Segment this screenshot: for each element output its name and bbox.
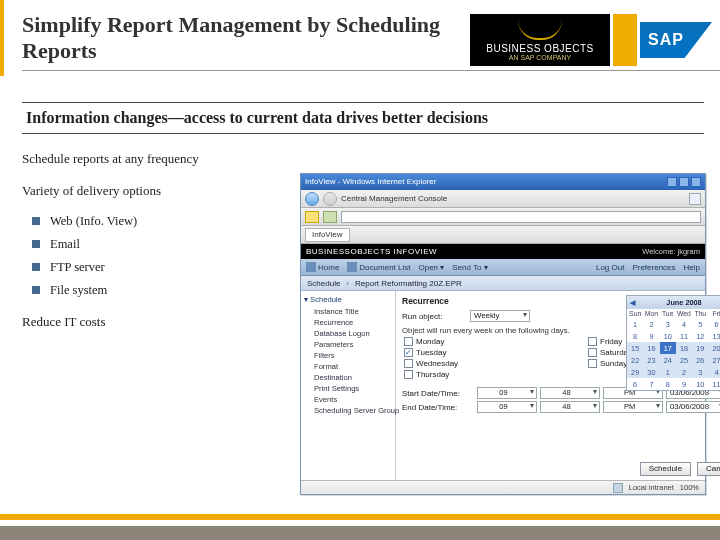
cal-day[interactable]: 3 <box>692 366 708 378</box>
menu-help[interactable]: Help <box>684 263 700 272</box>
day-label: Friday <box>600 337 622 346</box>
end-ampm[interactable]: PM <box>603 401 663 413</box>
tree-item[interactable]: Recurrence <box>304 317 392 328</box>
cal-day[interactable]: 3 <box>660 318 676 330</box>
crumb-schedule[interactable]: Schedule <box>307 279 340 288</box>
minimize-icon[interactable] <box>667 177 677 187</box>
crumb-report: Report Reformatting 20Z.EPR <box>355 279 462 288</box>
cal-day[interactable]: 8 <box>627 330 643 342</box>
maximize-icon[interactable] <box>679 177 689 187</box>
tree-item[interactable]: Parameters <box>304 339 392 350</box>
tree-item[interactable]: Scheduling Server Group <box>304 405 392 416</box>
close-icon[interactable] <box>691 177 701 187</box>
cal-day[interactable]: 6 <box>708 318 720 330</box>
start-hour[interactable]: 09 <box>477 387 537 399</box>
cal-day[interactable]: 2 <box>643 318 659 330</box>
day-tuesday[interactable]: ✓Tuesday <box>404 348 566 357</box>
tree-item[interactable]: Print Settings <box>304 383 392 394</box>
breadcrumb: Schedule › Report Reformatting 20Z.EPR <box>301 276 705 291</box>
cal-day[interactable]: 1 <box>627 318 643 330</box>
menu-prefs[interactable]: Preferences <box>632 263 675 272</box>
swoosh-icon <box>518 20 562 40</box>
cal-day[interactable]: 22 <box>627 354 643 366</box>
cal-day[interactable]: 18 <box>676 342 692 354</box>
cal-day[interactable]: 12 <box>692 330 708 342</box>
cal-day[interactable]: 10 <box>660 330 676 342</box>
cal-day[interactable]: 6 <box>627 378 643 390</box>
end-label: End Date/Time: <box>402 403 474 412</box>
cal-day[interactable]: 13 <box>708 330 720 342</box>
cal-prev-icon[interactable]: ◀ <box>630 298 635 307</box>
cal-day[interactable]: 16 <box>643 342 659 354</box>
menu-doclist[interactable]: Document List <box>347 262 410 272</box>
cal-day[interactable]: 4 <box>676 318 692 330</box>
cal-day[interactable]: 11 <box>676 330 692 342</box>
menu-logout[interactable]: Log Out <box>596 263 624 272</box>
sap-logo: SAP <box>640 14 714 66</box>
cal-day[interactable]: 27 <box>708 354 720 366</box>
cal-day[interactable]: 10 <box>692 378 708 390</box>
cancel-button[interactable]: Cancel <box>697 462 720 476</box>
end-date[interactable]: 03/06/2008 <box>666 401 720 413</box>
schedule-button[interactable]: Schedule <box>640 462 691 476</box>
refresh-icon[interactable] <box>689 193 701 205</box>
cal-day[interactable]: 11 <box>708 378 720 390</box>
delivery-heading: Variety of delivery options <box>22 182 292 200</box>
reduce-line: Reduce IT costs <box>22 313 292 331</box>
tree-root[interactable]: ▾ Schedule <box>304 295 392 304</box>
tree-item[interactable]: Destination <box>304 372 392 383</box>
menu-send[interactable]: Send To ▾ <box>452 263 487 272</box>
window-controls <box>667 177 701 187</box>
cal-day[interactable]: 30 <box>643 366 659 378</box>
delivery-list: Web (Info. View) Email FTP server File s… <box>32 213 292 299</box>
menu-home-label: Home <box>318 263 339 272</box>
app-banner-text: BUSINESSOBJECTS INFOVIEW <box>306 247 437 256</box>
tree-item[interactable]: Database Logon <box>304 328 392 339</box>
menu-open[interactable]: Open ▾ <box>418 263 444 272</box>
tree-item[interactable]: Events <box>304 394 392 405</box>
day-thursday[interactable]: Thursday <box>404 370 566 379</box>
cal-day[interactable]: 29 <box>627 366 643 378</box>
tree-item[interactable]: Instance Title <box>304 306 392 317</box>
cal-day[interactable]: 4 <box>708 366 720 378</box>
cal-day[interactable]: 26 <box>692 354 708 366</box>
favorites-icon[interactable] <box>305 211 319 223</box>
search-field[interactable] <box>341 211 701 223</box>
end-hour[interactable]: 09 <box>477 401 537 413</box>
schedule-line: Schedule reports at any frequency <box>22 150 292 168</box>
tree-item[interactable]: Format <box>304 361 392 372</box>
cal-day[interactable]: 5 <box>692 318 708 330</box>
cal-day[interactable]: 20 <box>708 342 720 354</box>
add-favorite-icon[interactable] <box>323 211 337 223</box>
cal-day[interactable]: 7 <box>643 378 659 390</box>
doclist-icon <box>347 262 357 272</box>
tree-item[interactable]: Filters <box>304 350 392 361</box>
cal-day[interactable]: 9 <box>643 330 659 342</box>
checkbox-icon <box>588 337 597 346</box>
start-min[interactable]: 48 <box>540 387 600 399</box>
browser-tab[interactable]: InfoView <box>305 228 350 242</box>
run-object-select[interactable]: Weekly <box>470 310 530 322</box>
cal-day[interactable]: 24 <box>660 354 676 366</box>
cal-day[interactable]: 1 <box>660 366 676 378</box>
cal-day[interactable]: 19 <box>692 342 708 354</box>
forward-icon[interactable] <box>323 192 337 206</box>
ie-tab-bar: InfoView <box>301 226 705 244</box>
end-min[interactable]: 48 <box>540 401 600 413</box>
day-wednesday[interactable]: Wednesday <box>404 359 566 368</box>
cal-day[interactable]: 15 <box>627 342 643 354</box>
cal-day[interactable]: 8 <box>660 378 676 390</box>
back-icon[interactable] <box>305 192 319 206</box>
delivery-item: Web (Info. View) <box>32 213 292 230</box>
day-monday[interactable]: Monday <box>404 337 566 346</box>
cal-day[interactable]: 17 <box>660 342 676 354</box>
menu-home[interactable]: Home <box>306 262 339 272</box>
cal-day[interactable]: 25 <box>676 354 692 366</box>
checkbox-icon <box>588 359 597 368</box>
delivery-item: FTP server <box>32 259 292 276</box>
cal-day[interactable]: 23 <box>643 354 659 366</box>
address-bar[interactable]: Central Management Console <box>341 194 685 203</box>
cal-day[interactable]: 9 <box>676 378 692 390</box>
cal-day[interactable]: 2 <box>676 366 692 378</box>
day-label: Monday <box>416 337 444 346</box>
